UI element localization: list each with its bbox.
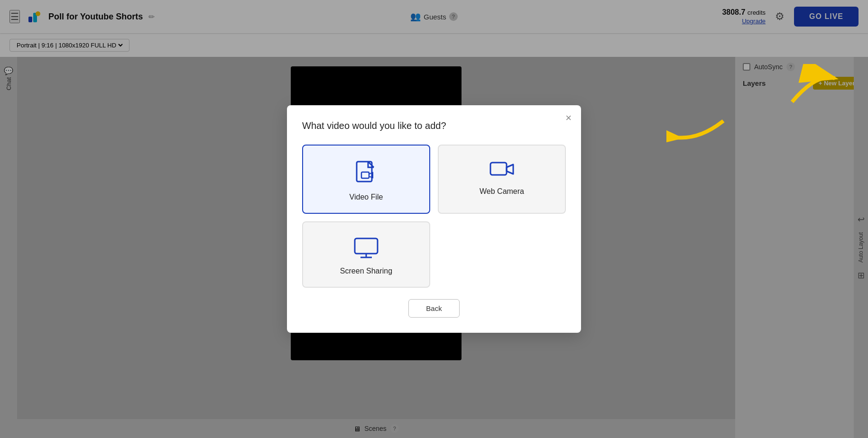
screen-sharing-option[interactable]: Screen Sharing bbox=[302, 221, 430, 288]
video-file-icon bbox=[355, 161, 378, 185]
screen-sharing-icon bbox=[354, 237, 379, 259]
video-file-option[interactable]: Video File bbox=[302, 145, 430, 214]
web-camera-option[interactable]: Web Camera bbox=[438, 145, 566, 214]
video-file-label: Video File bbox=[350, 193, 383, 201]
web-camera-icon bbox=[489, 161, 514, 180]
modal-overlay[interactable]: × What video would you like to add? Vide… bbox=[0, 0, 868, 438]
web-camera-label: Web Camera bbox=[480, 187, 524, 196]
svg-rect-8 bbox=[355, 238, 378, 254]
modal-options-grid: Video File Web Camera bbox=[302, 145, 566, 288]
svg-rect-7 bbox=[490, 163, 507, 175]
screen-sharing-label: Screen Sharing bbox=[340, 267, 392, 275]
modal-dialog: × What video would you like to add? Vide… bbox=[287, 105, 581, 333]
svg-rect-6 bbox=[361, 172, 369, 178]
modal-footer: Back bbox=[302, 299, 566, 318]
modal-title: What video would you like to add? bbox=[302, 120, 566, 131]
back-button[interactable]: Back bbox=[408, 299, 459, 318]
empty-cell bbox=[438, 221, 566, 288]
modal-close-button[interactable]: × bbox=[565, 113, 572, 123]
